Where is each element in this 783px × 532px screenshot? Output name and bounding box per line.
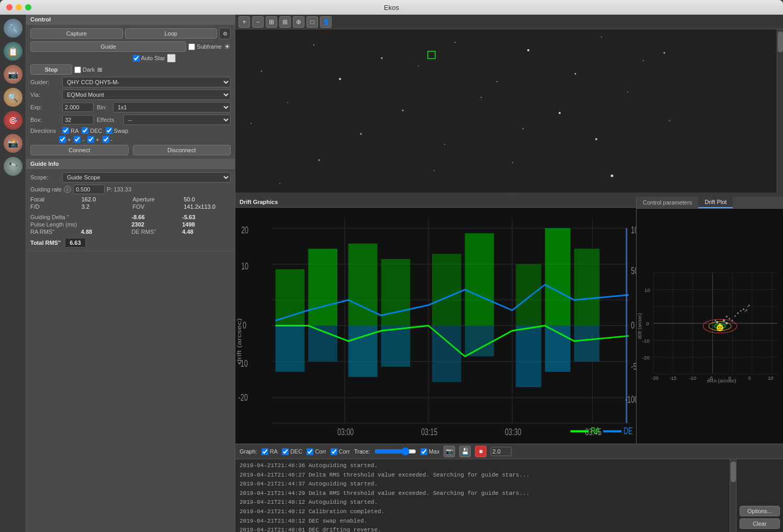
subframe-check[interactable]: Subframe [188, 43, 222, 50]
guiding-delta-de: -5.63 [182, 214, 231, 220]
sidebar-tools[interactable]: 🔧 [4, 19, 22, 38]
control-header: Control [26, 15, 235, 25]
sun-icon[interactable]: ☀ [224, 42, 231, 51]
maximize-button[interactable] [25, 4, 31, 10]
tab-control-params[interactable]: Control parameters [637, 197, 698, 208]
sidebar-search[interactable]: 🔍 [4, 88, 22, 107]
sidebar-target[interactable]: 🎯 [4, 111, 22, 130]
close-button[interactable] [6, 4, 13, 10]
zoom-in-btn[interactable]: + [239, 16, 250, 28]
panel-divider[interactable]: · · · [235, 193, 783, 197]
graph-corr-de-check[interactable]: Corr [331, 448, 350, 455]
star-view-scrollbar[interactable] [777, 29, 783, 193]
dark-check[interactable]: Dark [74, 66, 95, 73]
person-btn[interactable]: 👤 [320, 16, 332, 28]
ra-plus-check[interactable]: + [59, 136, 71, 143]
zoom-out-btn[interactable]: − [252, 16, 264, 28]
svg-rect-54 [432, 326, 461, 382]
sidebar: 🔧 📋 📷 🔍 🎯 📸 🔭 [0, 15, 26, 532]
loop-button[interactable]: Loop [125, 28, 218, 39]
sidebar-camera[interactable]: 📷 [4, 65, 22, 84]
svg-text:↗: ↗ [746, 303, 751, 309]
sidebar-camera2[interactable]: 📸 [4, 134, 22, 153]
dec-plus-check[interactable]: + [87, 136, 99, 143]
guide-info-header: Guide Info [26, 159, 235, 169]
box-input[interactable] [62, 115, 94, 124]
graph-ra-check[interactable]: RA [262, 448, 278, 455]
options-button[interactable]: Options... [740, 506, 780, 516]
svg-rect-41 [276, 269, 305, 326]
stop-icon-btn[interactable]: ■ [475, 446, 486, 457]
svg-rect-48 [545, 228, 571, 325]
trace-slider[interactable] [375, 447, 416, 456]
pulse-length-de: 1498 [182, 221, 231, 228]
fit-btn[interactable]: ⊞ [266, 16, 277, 28]
fd-label: F/D [30, 203, 77, 210]
value-input[interactable] [491, 447, 512, 456]
swap-check[interactable]: Swap [106, 127, 129, 134]
wave-icon[interactable]: ≋ [97, 65, 103, 74]
star-field [235, 29, 783, 193]
app-title: Ekos [384, 4, 399, 12]
log-area: 2019-04-21T21:46:36 Autoguiding started.… [235, 459, 783, 532]
log-scrollbar[interactable] [730, 459, 736, 532]
clear-button[interactable]: Clear [740, 518, 780, 529]
drift-panel: Drift Graphics [235, 197, 637, 444]
svg-rect-44 [381, 259, 411, 325]
grid-btn[interactable]: ⊞ [279, 16, 291, 28]
guider-select[interactable]: QHY CCD QHY5-M- [62, 77, 231, 87]
stop-button[interactable]: Stop [30, 64, 72, 75]
capture-button[interactable]: Capture [30, 28, 123, 39]
svg-text:DE: DE [623, 426, 632, 436]
guide-info-section: Scope: Guide Scope Guiding rate i P: 133… [26, 169, 235, 251]
screenshot-btn[interactable]: 📷 [444, 446, 455, 457]
disconnect-button[interactable]: Disconnect [133, 145, 231, 155]
expand-icon[interactable]: ⬜ [167, 54, 176, 62]
right-tabs: Control parameters Drift Plot [637, 197, 783, 209]
box-btn[interactable]: □ [307, 16, 318, 28]
fd-value: 3.2 [82, 203, 129, 210]
fov-label: FOV [133, 203, 180, 210]
scope-select[interactable]: Guide Scope [62, 172, 231, 183]
settings-icon[interactable]: ⚙ [219, 28, 231, 39]
sidebar-astro[interactable]: 🔭 [4, 157, 22, 176]
svg-rect-45 [432, 254, 461, 325]
scatter-svg: ↗ ↗ dRA (arcsec) dDE (arcsec) -20 -15 -1… [637, 209, 783, 444]
exp-input[interactable] [62, 103, 94, 112]
svg-text:10: 10 [768, 375, 774, 381]
ra-rms-value: 4.88 [81, 229, 130, 235]
crosshair-btn[interactable]: ⊕ [293, 16, 304, 28]
autostar-check[interactable]: Auto Star [133, 55, 165, 62]
svg-text:03:30: 03:30 [505, 427, 521, 437]
svg-point-107 [737, 312, 739, 314]
info-icon[interactable]: i [64, 186, 71, 193]
sidebar-notebook[interactable]: 📋 [4, 42, 22, 61]
svg-text:-20: -20 [239, 392, 248, 403]
max-check[interactable]: Max [421, 448, 440, 455]
ra-rms-label: RA RMS" [30, 229, 79, 235]
minimize-button[interactable] [16, 4, 22, 10]
svg-rect-50 [276, 326, 305, 372]
svg-text:-20: -20 [651, 375, 659, 381]
graph-dec-check[interactable]: DEC [282, 448, 302, 455]
right-panel: Control parameters Drift Plot [637, 197, 783, 444]
guide-button[interactable]: Guide [30, 41, 186, 52]
ra-direction-check[interactable]: RA [62, 127, 78, 134]
dec-direction-check[interactable]: DEC [82, 127, 102, 134]
dec-minus-check[interactable]: - [103, 136, 113, 143]
effects-select[interactable]: -- [123, 115, 231, 125]
graph-corr-ra-check[interactable]: Corr [307, 448, 326, 455]
save-btn[interactable]: 💾 [459, 446, 471, 457]
tab-drift-plot[interactable]: Drift Plot [698, 197, 733, 208]
bin-select[interactable]: 1x1 [113, 102, 231, 112]
svg-text:10: 10 [241, 261, 248, 271]
bin-label: Bin: [97, 104, 110, 110]
via-select[interactable]: EQMod Mount [62, 89, 231, 100]
svg-point-108 [740, 310, 742, 312]
directions-label: Directions [30, 128, 59, 134]
box-label: Box: [30, 117, 59, 123]
svg-point-113 [717, 324, 723, 331]
connect-button[interactable]: Connect [30, 145, 129, 155]
guiding-rate-input[interactable] [73, 185, 105, 194]
ra-minus-check[interactable]: - [74, 136, 84, 143]
